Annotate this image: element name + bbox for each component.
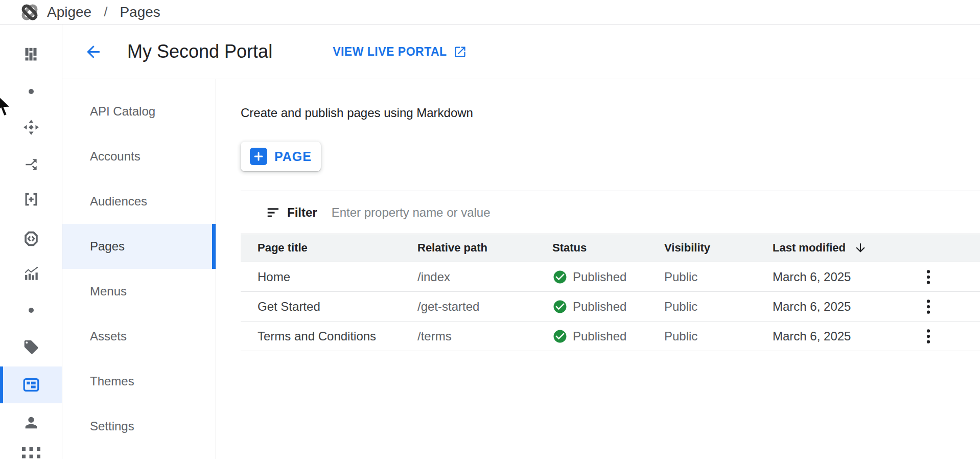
- row-actions-menu-button[interactable]: [918, 295, 939, 318]
- subnav-item-themes[interactable]: Themes: [62, 359, 216, 404]
- visibility-cell: Public: [664, 300, 773, 314]
- breadcrumb-separator: /: [104, 4, 107, 20]
- api-octagon-icon: [22, 230, 40, 247]
- rail-item-dot-2[interactable]: [0, 292, 62, 329]
- status-cell: Published: [552, 269, 664, 285]
- portal-subnav: API Catalog Accounts Audiences Pages Men…: [62, 79, 216, 459]
- rail-item-split[interactable]: [0, 146, 62, 183]
- breadcrumb-product[interactable]: Apigee: [47, 4, 91, 20]
- page-title-cell[interactable]: Home: [258, 270, 417, 284]
- tag-icon: [23, 339, 39, 355]
- person-icon: [22, 414, 40, 431]
- pages-table-panel: Filter Page title Relative path Status V…: [241, 191, 980, 351]
- add-page-button[interactable]: PAGE: [241, 142, 321, 171]
- rail-item-api[interactable]: [0, 220, 62, 257]
- breadcrumb-section: Pages: [120, 4, 160, 20]
- page-title-cell[interactable]: Get Started: [258, 300, 417, 314]
- top-bar: Apigee / Pages: [0, 0, 980, 25]
- mouse-cursor: [0, 93, 13, 118]
- page-title-cell[interactable]: Terms and Conditions: [258, 329, 417, 343]
- pages-content: Create and publish pages using Markdown …: [216, 79, 980, 459]
- add-page-button-label: PAGE: [274, 149, 312, 164]
- frame-add-icon: [23, 191, 39, 208]
- kebab-menu-icon: [921, 328, 936, 345]
- subnav-item-assets[interactable]: Assets: [62, 314, 216, 359]
- table-header-row: Page title Relative path Status Visibili…: [241, 234, 980, 262]
- apigee-logo-icon[interactable]: [19, 2, 40, 23]
- portal-title: My Second Portal: [127, 41, 272, 62]
- view-live-portal-label: VIEW LIVE PORTAL: [333, 45, 447, 59]
- rail-item-analytics[interactable]: [0, 255, 62, 292]
- status-cell: Published: [552, 329, 664, 344]
- subnav-item-accounts[interactable]: Accounts: [62, 134, 216, 179]
- subnav-item-pages[interactable]: Pages: [62, 224, 216, 269]
- subnav-item-audiences[interactable]: Audiences: [62, 179, 216, 224]
- arrow-back-icon: [84, 42, 103, 61]
- back-button[interactable]: [84, 42, 103, 61]
- column-header-last-modified[interactable]: Last modified: [773, 241, 918, 255]
- table-row: Home /index Published Public March 6, 20…: [241, 262, 980, 292]
- move-icon: [22, 119, 40, 136]
- column-header-page-title[interactable]: Page title: [258, 241, 417, 255]
- column-header-visibility[interactable]: Visibility: [664, 241, 773, 255]
- rail-item-apps[interactable]: [0, 435, 62, 459]
- filter-icon: [266, 205, 281, 220]
- row-actions-menu-button[interactable]: [918, 325, 939, 348]
- dot-indicator-icon: [28, 307, 34, 313]
- column-header-status[interactable]: Status: [552, 241, 664, 255]
- status-label: Published: [573, 329, 626, 343]
- column-header-last-modified-label: Last modified: [773, 241, 846, 255]
- portal-pages-icon: [22, 376, 40, 394]
- filter-label: Filter: [287, 205, 317, 220]
- dot-indicator-icon: [28, 88, 34, 95]
- subnav-item-api-catalog[interactable]: API Catalog: [62, 89, 216, 134]
- relative-path-cell: /get-started: [417, 300, 552, 314]
- row-actions-menu-button[interactable]: [918, 266, 939, 288]
- check-circle-icon: [552, 299, 568, 314]
- open-in-new-icon: [453, 45, 467, 59]
- check-circle-icon: [552, 269, 568, 285]
- kebab-menu-icon: [921, 268, 936, 286]
- last-modified-cell: March 6, 2025: [773, 270, 918, 284]
- check-circle-icon: [552, 329, 568, 344]
- filter-bar: Filter: [241, 191, 980, 234]
- icon-rail: [0, 25, 62, 459]
- rail-item-segments[interactable]: [0, 35, 62, 72]
- apps-grid-icon: [22, 447, 40, 459]
- visibility-cell: Public: [664, 270, 773, 284]
- view-live-portal-link[interactable]: VIEW LIVE PORTAL: [333, 45, 467, 59]
- filter-input[interactable]: [332, 205, 980, 220]
- column-header-relative-path[interactable]: Relative path: [417, 241, 552, 255]
- visibility-cell: Public: [664, 329, 773, 343]
- subnav-item-settings[interactable]: Settings: [62, 404, 216, 449]
- status-cell: Published: [552, 299, 664, 314]
- subnav-item-menus[interactable]: Menus: [62, 269, 216, 314]
- last-modified-cell: March 6, 2025: [773, 329, 918, 343]
- status-label: Published: [573, 300, 626, 314]
- segments-icon: [22, 45, 39, 62]
- last-modified-cell: March 6, 2025: [773, 300, 918, 314]
- split-arrow-icon: [23, 156, 39, 173]
- analytics-icon: [22, 265, 40, 282]
- rail-item-tag[interactable]: [0, 329, 62, 365]
- page-description: Create and publish pages using Markdown: [241, 106, 473, 120]
- status-label: Published: [573, 270, 626, 284]
- relative-path-cell: /index: [417, 270, 552, 284]
- portal-header: My Second Portal VIEW LIVE PORTAL: [62, 25, 980, 79]
- plus-icon: [250, 148, 267, 165]
- table-row: Get Started /get-started Published Publi…: [241, 292, 980, 322]
- relative-path-cell: /terms: [417, 329, 552, 343]
- apigee-pages-screen: Apigee / Pages: [0, 0, 980, 459]
- sort-descending-icon: [854, 241, 867, 255]
- rail-item-portal-pages[interactable]: [0, 366, 62, 403]
- table-row: Terms and Conditions /terms Published Pu…: [241, 322, 980, 351]
- kebab-menu-icon: [921, 298, 936, 315]
- rail-item-frame-add[interactable]: [0, 181, 62, 218]
